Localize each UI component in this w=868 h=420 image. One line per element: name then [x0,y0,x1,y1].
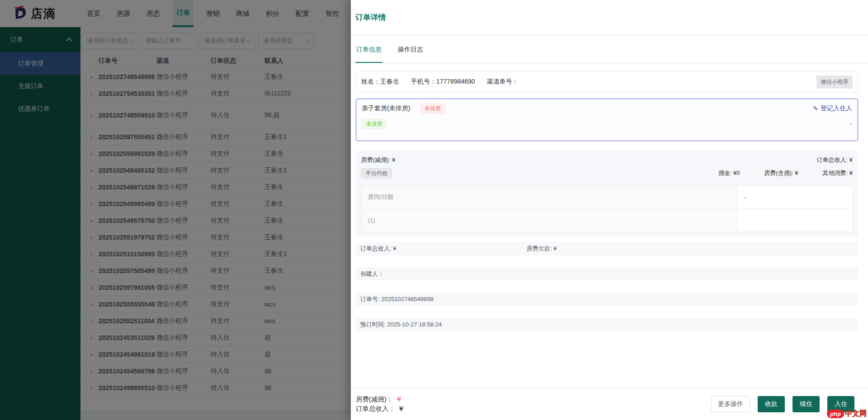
summary-order-no: 订单号: 2025102748549898 [360,295,434,303]
site-watermark: php 中文网 [827,409,867,419]
drawer-title: 订单详情 [355,12,386,23]
register-guest-link[interactable]: ✎ 登记入住人 [813,104,852,113]
summary-income-bar: 订单总收入: ¥ 房费欠款: ¥ [356,242,858,255]
channel-order-no: 渠道单号： [487,78,519,86]
guest-phone-value: 17778984690 [436,78,475,85]
unassigned-tag: 未排房 [420,104,445,113]
footer-total-income: 订单总收入：￥ [356,404,405,414]
room-card-row1: 亲子套房(未排房) 未排房 ✎ 登记入住人 [362,104,852,113]
summary-booking-time-bar: 预订时间: 2025-10-27 18:58:24 [356,318,858,331]
modal-overlay-mask[interactable] [0,0,351,420]
room-date-header-value: - [738,186,852,208]
guest-phone: 手机号：17778984690 [411,78,475,86]
platform-collect-tag: 平台代收 [361,168,392,178]
register-guest-label: 登记入住人 [821,104,852,113]
room-status-tag: 未排房 [362,119,387,129]
summary-arrears: 房费欠款: ¥ [527,245,557,253]
guest-phone-label: 手机号： [411,78,436,85]
guest-name: 姓名：王春生 [361,78,399,86]
footer-action-button[interactable]: 收款 [758,396,785,412]
room-card-row2: 未排房 - [362,119,852,129]
footer-total-income-label: 订单总收入： [356,405,395,412]
fee-summary-line: 房费(减佣): ¥ 订单总收入: ¥ [361,156,853,164]
footer-amounts: 房费(减佣)：￥ 订单总收入：￥ [356,395,405,414]
fee-section: 房费(减佣): ¥ 订单总收入: ¥ 平台代收 佣金: ¥0 房费(含佣): ¥… [356,151,858,236]
drawer-tab[interactable]: 订单信息 [355,46,382,63]
total-income-label: 订单总收入: ¥ [817,156,853,164]
room-date-data-row: (1) [362,208,852,231]
channel-order-no-label: 渠道单号： [487,78,519,85]
guest-name-label: 姓名： [361,78,380,85]
drawer-header: 订单详情 [351,0,868,35]
room-fee-incl-label: 房费(含佣): ¥ [764,169,798,177]
footer-room-fee-label: 房费(减佣)： [356,396,393,403]
commission-label: 佣金: ¥0 [718,169,740,177]
footer-room-fee-currency: ￥ [396,396,402,403]
channel-badge[interactable]: 微信小程序 [816,76,853,89]
footer-action-button[interactable]: 更多操作 [711,396,750,412]
guest-info-box: 姓名：王春生 手机号：17778984690 渠道单号： 微信小程序 [356,71,858,93]
room-type: 亲子套房(未排房) [362,104,410,113]
watermark-text: 中文网 [845,409,867,419]
other-consumption-label: 其他消费: ¥ [823,169,853,177]
fee-breakdown: 佣金: ¥0 房费(含佣): ¥ 其他消费: ¥ [718,169,853,177]
guest-name-value: 王春生 [380,78,399,85]
footer-action-button[interactable]: 续住 [793,396,820,412]
footer-room-fee: 房费(减佣)：￥ [356,395,405,404]
footer-total-income-currency: ￥ [398,405,405,412]
order-detail-drawer: 订单详情 订单信息 操作日志 姓名：王春生 手机号：17778984690 渠道… [351,0,868,420]
fee-detail-line: 平台代收 佣金: ¥0 房费(含佣): ¥ 其他消费: ¥ [361,168,853,178]
room-fee-label: 房费(减佣): ¥ [361,156,395,164]
summary-order-no-bar: 订单号: 2025102748549898 [356,293,858,306]
room-card: 亲子套房(未排房) 未排房 ✎ 登记入住人 未排房 - [356,99,858,141]
room-date-row-label: (1) [362,209,738,231]
room-date-header: 房间/日期 [362,186,738,208]
drawer-tab[interactable]: 操作日志 [397,46,424,63]
summary-creator-bar: 创建人： [356,267,858,281]
drawer-tabs: 订单信息 操作日志 [351,35,868,63]
drawer-footer: 房费(减佣)：￥ 订单总收入：￥ 更多操作 收款 续住 入住 [351,388,868,420]
summary-total-income: 订单总收入: ¥ [360,245,527,253]
summary-creator: 创建人： [360,270,384,278]
guest-placeholder: - [850,120,852,127]
room-date-table: 房间/日期 - (1) [361,185,853,232]
summary-booking-time: 预订时间: 2025-10-27 18:58:24 [360,321,442,329]
pencil-icon: ✎ [813,105,818,112]
watermark-php-badge: php [827,410,844,418]
room-date-row-value [738,209,852,231]
room-date-header-row: 房间/日期 - [362,186,852,208]
